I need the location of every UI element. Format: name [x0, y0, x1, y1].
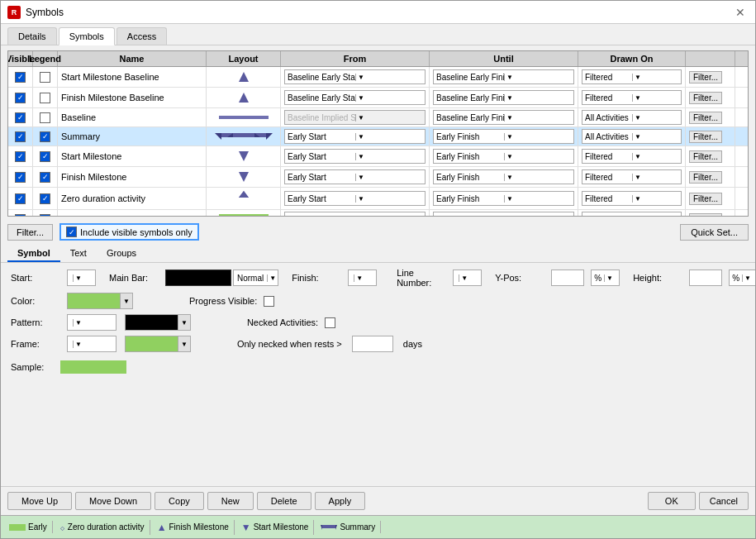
from-select[interactable]: Baseline Early Start ▼ — [284, 69, 426, 84]
include-visible-checkbox[interactable] — [66, 227, 77, 237]
start-select[interactable]: ▼ — [67, 270, 96, 286]
until-select[interactable]: Early Finish ▼ — [433, 149, 574, 164]
until-select[interactable]: Early Finish ▼ — [433, 212, 574, 216]
height-input[interactable]: 100 — [689, 270, 722, 286]
from-select[interactable]: Early Start ▼ — [284, 149, 426, 164]
until-select[interactable]: Early Finish ▼ — [433, 129, 574, 144]
frame-color-arrow[interactable]: ▼ — [178, 336, 191, 352]
until-cell[interactable]: Early Finish ▼ — [430, 167, 578, 187]
include-visible-label[interactable]: Include visible symbols only — [59, 223, 199, 241]
legend-checkbox[interactable] — [40, 193, 50, 204]
visible-cell[interactable] — [8, 167, 33, 187]
until-cell[interactable]: Early Finish ▼ — [430, 127, 578, 145]
until-cell[interactable]: Early Finish ▼ — [430, 146, 578, 166]
from-cell[interactable]: Baseline Early Start ▼ — [281, 88, 430, 107]
drawn-on-cell[interactable]: Filtered ▼ — [578, 188, 686, 209]
visible-checkbox[interactable] — [15, 93, 26, 103]
until-select[interactable]: Baseline Early Finish ▼ — [433, 110, 574, 125]
name-input[interactable] — [61, 72, 202, 82]
color-select[interactable]: ▼ — [67, 293, 133, 309]
legend-checkbox[interactable] — [40, 93, 50, 103]
drawn-on-cell[interactable]: All Activities ▼ — [578, 108, 686, 126]
legend-checkbox[interactable] — [40, 131, 50, 142]
frame-style-select[interactable]: ▼ — [67, 336, 116, 352]
name-input[interactable] — [61, 214, 202, 216]
filter-button[interactable]: Filter... — [689, 193, 722, 205]
visible-cell[interactable] — [8, 88, 33, 107]
legend-cell[interactable] — [33, 127, 58, 145]
from-select[interactable]: Early Start ▼ — [284, 129, 426, 144]
drawn-on-select[interactable]: Filtered ▼ — [582, 191, 682, 206]
close-button[interactable]: ✕ — [732, 6, 749, 19]
drawn-on-select[interactable]: All Activities ▼ — [582, 129, 682, 144]
delete-button[interactable]: Delete — [257, 492, 311, 510]
filter-cell[interactable]: Filter... — [686, 108, 735, 126]
necked-activities-checkbox[interactable] — [325, 317, 335, 328]
drawn-on-select[interactable]: Filtered ▼ — [582, 149, 682, 164]
name-input[interactable] — [61, 172, 202, 182]
legend-cell[interactable] — [33, 108, 58, 126]
sub-tab-symbol[interactable]: Symbol — [7, 246, 60, 262]
until-cell[interactable]: Early Finish ▼ — [430, 188, 578, 209]
sub-tab-text[interactable]: Text — [60, 246, 97, 262]
from-cell[interactable]: Early Start ▼ — [281, 210, 430, 216]
from-cell[interactable]: Baseline Early Start ▼ — [281, 67, 430, 87]
drawn-on-cell[interactable]: Filtered ▼ — [578, 67, 686, 87]
legend-cell[interactable] — [33, 167, 58, 187]
from-cell[interactable]: Baseline Implied Start ▼ — [281, 108, 430, 126]
drawn-on-cell[interactable]: Filtered ▼ — [578, 146, 686, 166]
filter-button[interactable]: Filter... — [689, 131, 722, 143]
until-select[interactable]: Baseline Early Finish ▼ — [433, 90, 574, 105]
name-input[interactable] — [61, 93, 202, 103]
visible-checkbox[interactable] — [15, 72, 26, 83]
legend-checkbox[interactable] — [40, 214, 50, 217]
name-input[interactable] — [61, 131, 202, 141]
visible-checkbox[interactable] — [15, 193, 26, 204]
move-up-button[interactable]: Move Up — [7, 492, 72, 510]
drawn-on-select[interactable]: All Activities ▼ — [582, 212, 682, 216]
legend-cell[interactable] — [33, 210, 58, 216]
drawn-on-cell[interactable]: All Activities ▼ — [578, 127, 686, 145]
legend-checkbox[interactable] — [40, 112, 50, 123]
from-cell[interactable]: Early Start ▼ — [281, 167, 430, 187]
legend-checkbox[interactable] — [40, 72, 50, 83]
filter-cell[interactable]: Filter... — [686, 127, 735, 145]
filter-main-button[interactable]: Filter... — [7, 224, 53, 241]
frame-color-select[interactable]: ▼ — [125, 336, 191, 352]
tab-symbols[interactable]: Symbols — [59, 27, 115, 45]
from-cell[interactable]: Early Start ▼ — [281, 188, 430, 209]
visible-checkbox[interactable] — [15, 214, 26, 217]
until-select[interactable]: Early Finish ▼ — [433, 169, 574, 184]
visible-cell[interactable] — [8, 67, 33, 87]
filter-cell[interactable]: Filter... — [686, 88, 735, 107]
tab-details[interactable]: Details — [7, 27, 57, 45]
filter-button[interactable]: Filter... — [689, 171, 722, 184]
name-input[interactable] — [61, 112, 202, 122]
cancel-button[interactable]: Cancel — [699, 492, 749, 510]
from-select[interactable]: Early Start ▼ — [284, 169, 426, 184]
visible-cell[interactable] — [8, 127, 33, 145]
filter-button[interactable]: Filter... — [689, 112, 722, 124]
visible-checkbox[interactable] — [15, 112, 26, 123]
until-cell[interactable]: Baseline Early Finish ▼ — [430, 67, 578, 87]
drawn-on-select[interactable]: Filtered ▼ — [582, 90, 682, 105]
until-select[interactable]: Early Finish ▼ — [433, 191, 574, 206]
necked-days-input[interactable] — [352, 336, 393, 352]
filter-cell[interactable]: Filter... — [686, 67, 735, 87]
name-input[interactable] — [61, 151, 202, 161]
finish-select[interactable]: ▼ — [348, 270, 377, 286]
color-arrow[interactable]: ▼ — [121, 293, 133, 309]
drawn-on-cell[interactable]: Filtered ▼ — [578, 167, 686, 187]
apply-button[interactable]: Apply — [315, 492, 366, 510]
filter-cell[interactable]: Filter... — [686, 146, 735, 166]
from-cell[interactable]: Early Start ▼ — [281, 127, 430, 145]
from-select[interactable]: Early Start ▼ — [284, 191, 426, 206]
drawn-on-select[interactable]: Filtered ▼ — [582, 169, 682, 184]
line-number-select[interactable]: ▼ — [453, 270, 482, 286]
drawn-on-cell[interactable]: All Activities ▼ — [578, 210, 686, 216]
visible-cell[interactable] — [8, 108, 33, 126]
legend-cell[interactable] — [33, 188, 58, 209]
from-cell[interactable]: Early Start ▼ — [281, 146, 430, 166]
legend-checkbox[interactable] — [40, 151, 50, 162]
until-cell[interactable]: Baseline Early Finish ▼ — [430, 108, 578, 126]
